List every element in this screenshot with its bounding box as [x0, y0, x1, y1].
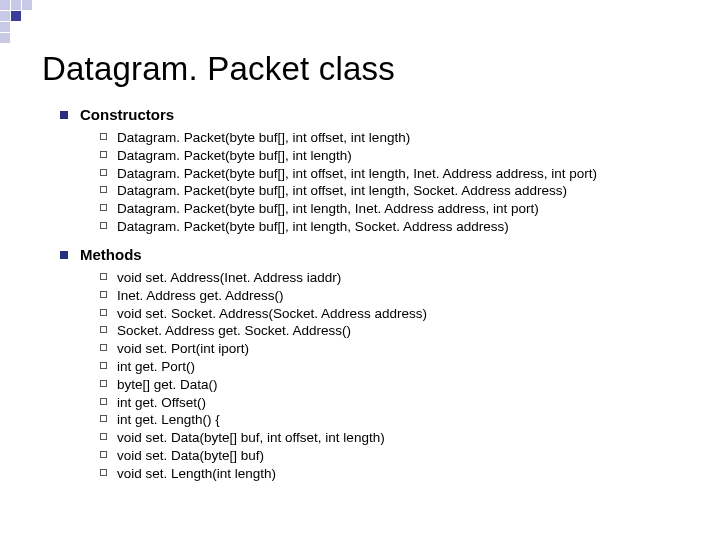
list-item: Socket. Address get. Socket. Address()	[100, 322, 720, 340]
svg-rect-3	[0, 11, 10, 21]
open-square-icon	[100, 133, 107, 140]
open-square-icon	[100, 469, 107, 476]
open-square-icon	[100, 291, 107, 298]
square-bullet-icon	[60, 251, 68, 259]
open-square-icon	[100, 415, 107, 422]
list-item: void set. Length(int length)	[100, 465, 720, 483]
list-item: int get. Length() {	[100, 411, 720, 429]
svg-rect-4	[11, 11, 21, 21]
list-item: byte[] get. Data()	[100, 376, 720, 394]
section-label: Constructors	[80, 106, 174, 123]
list-item: void set. Data(byte[] buf, int offset, i…	[100, 429, 720, 447]
open-square-icon	[100, 151, 107, 158]
open-square-icon	[100, 433, 107, 440]
open-square-icon	[100, 169, 107, 176]
list-item: void set. Port(int iport)	[100, 340, 720, 358]
slide-title: Datagram. Packet class	[42, 50, 720, 88]
open-square-icon	[100, 273, 107, 280]
open-square-icon	[100, 204, 107, 211]
open-square-icon	[100, 309, 107, 316]
list-item: void set. Address(Inet. Address iaddr)	[100, 269, 720, 287]
square-bullet-icon	[60, 111, 68, 119]
svg-rect-0	[0, 0, 10, 10]
svg-rect-6	[0, 33, 10, 43]
open-square-icon	[100, 344, 107, 351]
section-label: Methods	[80, 246, 142, 263]
section-methods: Methods void set. Address(Inet. Address …	[42, 246, 720, 483]
list-item: Datagram. Packet(byte buf[], int offset,…	[100, 182, 720, 200]
list-item: Datagram. Packet(byte buf[], int offset,…	[100, 129, 720, 147]
svg-rect-1	[11, 0, 21, 10]
open-square-icon	[100, 326, 107, 333]
section-constructors: Constructors Datagram. Packet(byte buf[]…	[42, 106, 720, 236]
open-square-icon	[100, 398, 107, 405]
list-item: Inet. Address get. Address()	[100, 287, 720, 305]
slide-content: Datagram. Packet class Constructors Data…	[0, 0, 720, 483]
list-item: int get. Offset()	[100, 394, 720, 412]
list-item: int get. Port()	[100, 358, 720, 376]
open-square-icon	[100, 362, 107, 369]
list-item: Datagram. Packet(byte buf[], int offset,…	[100, 165, 720, 183]
list-item: Datagram. Packet(byte buf[], int length,…	[100, 218, 720, 236]
methods-list: void set. Address(Inet. Address iaddr) I…	[100, 269, 720, 483]
open-square-icon	[100, 451, 107, 458]
open-square-icon	[100, 222, 107, 229]
svg-rect-2	[22, 0, 32, 10]
open-square-icon	[100, 186, 107, 193]
open-square-icon	[100, 380, 107, 387]
list-item: void set. Socket. Address(Socket. Addres…	[100, 305, 720, 323]
constructors-list: Datagram. Packet(byte buf[], int offset,…	[100, 129, 720, 236]
list-item: Datagram. Packet(byte buf[], int length,…	[100, 200, 720, 218]
corner-decoration	[0, 0, 60, 60]
svg-rect-5	[0, 22, 10, 32]
list-item: Datagram. Packet(byte buf[], int length)	[100, 147, 720, 165]
list-item: void set. Data(byte[] buf)	[100, 447, 720, 465]
